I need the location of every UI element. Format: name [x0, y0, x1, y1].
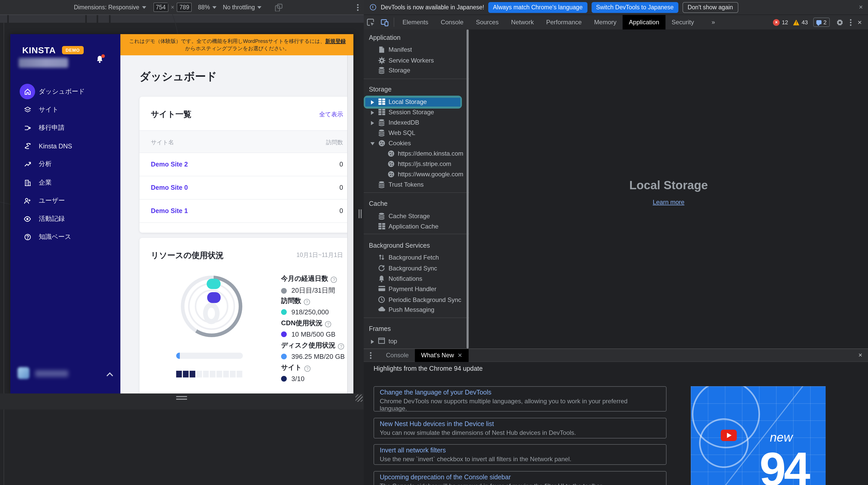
tree-item-payment-handler[interactable]: Payment Handler: [364, 284, 469, 294]
tab-network[interactable]: Network: [505, 15, 540, 29]
cookie-icon: [388, 171, 395, 178]
device-toolbar-icon[interactable]: [381, 18, 389, 26]
database-icon: [378, 67, 385, 74]
tab-memory[interactable]: Memory: [588, 15, 623, 29]
resize-handle-vertical[interactable]: [359, 209, 362, 218]
switch-japanese-button[interactable]: Switch DevTools to Japanese: [591, 2, 678, 13]
infobar-close-icon[interactable]: ×: [859, 3, 863, 11]
stat-dot: [281, 288, 287, 293]
kinsta-logo[interactable]: Kinsta: [22, 46, 56, 56]
rotate-icon[interactable]: [275, 3, 283, 11]
tree-item-storage[interactable]: Storage: [364, 65, 469, 76]
sidebar-item-users[interactable]: ユーザー: [10, 193, 120, 208]
card-title-link[interactable]: New Nest Hub devices in the Device list: [380, 420, 660, 428]
expand-icon[interactable]: [371, 121, 374, 125]
tree-item-https-demo-kinsta-com[interactable]: https://demo.kinsta.com: [364, 148, 469, 159]
tree-item-local-storage[interactable]: Local Storage: [364, 97, 469, 107]
warning-count[interactable]: 43: [802, 19, 808, 25]
site-link[interactable]: Demo Site 1: [151, 207, 188, 215]
tab-security[interactable]: Security: [665, 15, 700, 29]
chrome-94-image[interactable]: new 94: [691, 386, 826, 485]
site-link[interactable]: Demo Site 0: [151, 184, 188, 191]
tree-item-https-js-stripe-com[interactable]: https://js.stripe.com: [364, 159, 469, 169]
devtools-menu-icon[interactable]: [850, 18, 851, 27]
sidebar-item-sites[interactable]: サイト: [10, 102, 120, 117]
zoom-select[interactable]: 88%: [198, 4, 217, 10]
tree-item-https-www-google-com[interactable]: https://www.google.com: [364, 169, 469, 179]
card-title-link[interactable]: Change the language of your DevTools: [380, 389, 660, 396]
expand-icon[interactable]: [371, 100, 374, 104]
drawer-menu-icon[interactable]: [370, 351, 371, 360]
more-options-icon[interactable]: [357, 3, 359, 11]
drawer-tab-whats-new[interactable]: What's New✕: [415, 349, 469, 362]
more-tabs-icon[interactable]: »: [707, 19, 719, 26]
sidebar-scrollbar[interactable]: [467, 29, 469, 348]
sites-squares: [176, 371, 242, 377]
tree-item-trust-tokens[interactable]: Trust Tokens: [364, 179, 469, 190]
match-language-button[interactable]: Always match Chrome's language: [488, 2, 587, 13]
height-input[interactable]: 789: [177, 3, 192, 12]
resize-grip-corner[interactable]: [355, 395, 363, 402]
tab-performance[interactable]: Performance: [540, 15, 588, 29]
close-tab-icon[interactable]: ✕: [458, 352, 462, 358]
tree-item-cache-storage[interactable]: Cache Storage: [364, 211, 469, 221]
settings-gear-icon[interactable]: [836, 18, 844, 26]
tree-item-notifications[interactable]: Notifications: [364, 274, 469, 284]
card-title-link[interactable]: Upcoming deprecation of the Console side…: [380, 474, 660, 481]
tree-item-manifest[interactable]: Manifest: [364, 45, 469, 55]
site-link[interactable]: Demo Site 2: [151, 161, 188, 168]
issues-button[interactable]: 2: [813, 18, 830, 27]
site-list-title: サイト一覧: [151, 109, 191, 120]
tab-application[interactable]: Application: [623, 15, 665, 29]
card-title-link[interactable]: Invert all network filters: [380, 447, 660, 454]
sidebar-item-home[interactable]: ダッシュボード: [10, 84, 120, 99]
sidebar-item-dns[interactable]: Kinsta DNS: [10, 138, 120, 154]
dont-show-again-button[interactable]: Don't show again: [683, 2, 738, 13]
help-icon[interactable]: ?: [338, 343, 344, 349]
page-scrollbar[interactable]: [347, 55, 353, 394]
error-count[interactable]: 12: [782, 19, 788, 25]
table-header: サイト名 訪問数: [140, 130, 353, 153]
throttling-select[interactable]: No throttling: [223, 4, 262, 10]
sidebar-item-migration[interactable]: 移行申請: [10, 120, 120, 136]
drawer-tab-console[interactable]: Console: [380, 349, 415, 362]
tree-item-web-sql[interactable]: Web SQL: [364, 128, 469, 138]
tab-sources[interactable]: Sources: [470, 15, 505, 29]
drawer-close-icon[interactable]: ×: [859, 351, 862, 359]
tree-item-top[interactable]: top: [364, 336, 469, 346]
youtube-play-icon[interactable]: [721, 430, 737, 441]
inspect-icon[interactable]: [367, 18, 375, 26]
tree-item-background-sync[interactable]: Background Sync: [364, 263, 469, 274]
tree-item-periodic-background-sync[interactable]: Periodic Background Sync: [364, 295, 469, 305]
learn-more-link[interactable]: Learn more: [469, 199, 868, 206]
view-all-link[interactable]: 全て表示: [319, 111, 343, 118]
warning-icon[interactable]: [793, 19, 800, 25]
expand-icon[interactable]: [371, 110, 374, 115]
tree-item-application-cache[interactable]: Application Cache: [364, 221, 469, 232]
devtools-close-icon[interactable]: ×: [858, 18, 862, 26]
tab-elements[interactable]: Elements: [396, 15, 435, 29]
collapse-icon[interactable]: [370, 142, 375, 145]
help-icon[interactable]: ?: [325, 321, 331, 327]
avatar[interactable]: [18, 367, 29, 379]
help-icon[interactable]: ?: [304, 366, 311, 372]
tree-item-background-fetch[interactable]: Background Fetch: [364, 252, 469, 263]
clock-icon: [378, 296, 385, 304]
chevron-up-icon[interactable]: [106, 372, 113, 379]
sidebar-item-company[interactable]: 企業: [10, 175, 120, 190]
tree-item-session-storage[interactable]: Session Storage: [364, 107, 469, 117]
signup-link[interactable]: 新規登録: [325, 38, 346, 44]
tree-item-push-messaging[interactable]: Push Messaging: [364, 305, 469, 315]
sidebar-item-activity[interactable]: 活動記録: [10, 211, 120, 227]
help-icon[interactable]: ?: [331, 277, 337, 283]
error-badge-icon[interactable]: ×: [773, 19, 780, 26]
tree-item-indexeddb[interactable]: IndexedDB: [364, 117, 469, 128]
help-icon[interactable]: ?: [304, 299, 310, 305]
tab-console[interactable]: Console: [435, 15, 470, 29]
resize-handle-horizontal[interactable]: [176, 396, 187, 400]
tree-item-cookies[interactable]: Cookies: [364, 138, 469, 148]
sidebar-item-knowledge[interactable]: 知識ベース: [10, 229, 120, 245]
expand-icon[interactable]: [371, 339, 374, 344]
tree-item-service-workers[interactable]: Service Workers: [364, 55, 469, 66]
sidebar-item-analytics[interactable]: 分析: [10, 157, 120, 172]
